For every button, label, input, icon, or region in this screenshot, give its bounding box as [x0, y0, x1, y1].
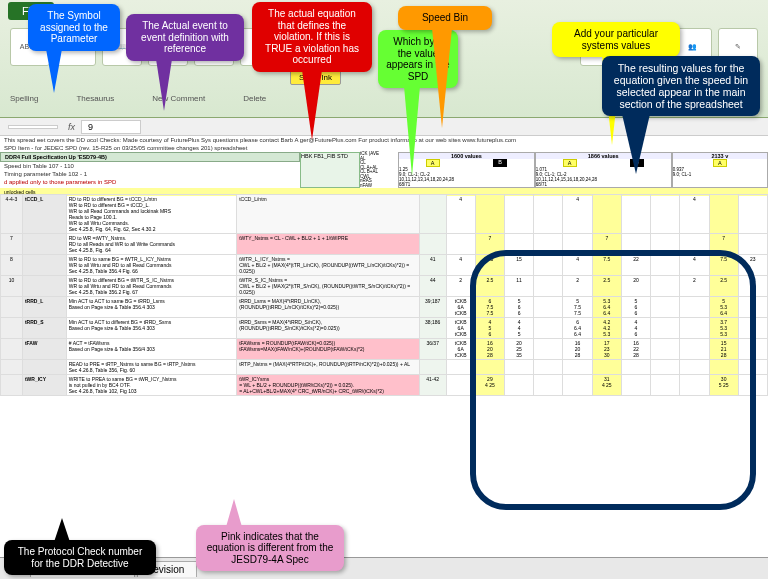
- table-row[interactable]: 4-4-3tCCD_LRD to RD to different BG = tC…: [1, 195, 768, 234]
- value-cell[interactable]: 7: [592, 234, 621, 255]
- value-cell[interactable]: 162028: [563, 339, 592, 360]
- value-cell[interactable]: 2: [680, 276, 709, 297]
- value-cell[interactable]: [563, 234, 592, 255]
- value-cell[interactable]: 4: [680, 255, 709, 276]
- value-cell[interactable]: [680, 234, 709, 255]
- value-cell[interactable]: [680, 360, 709, 375]
- value-cell[interactable]: [592, 195, 621, 234]
- value-cell[interactable]: 67.57.5: [475, 297, 504, 318]
- value-cell[interactable]: [651, 234, 680, 255]
- table-row[interactable]: tRRD_LMin ACT to ACT to same BG = tRRD_L…: [1, 297, 768, 318]
- value-cell[interactable]: 2.5: [475, 276, 504, 297]
- value-cell[interactable]: 11: [505, 276, 534, 297]
- value-cell[interactable]: [534, 339, 563, 360]
- value-cell[interactable]: 7: [475, 234, 504, 255]
- value-cell[interactable]: [446, 375, 475, 396]
- formula-input[interactable]: 9: [81, 120, 141, 134]
- value-cell[interactable]: 202535: [505, 339, 534, 360]
- value-cell[interactable]: [680, 297, 709, 318]
- value-cell[interactable]: 446: [621, 318, 650, 339]
- value-cell[interactable]: [534, 255, 563, 276]
- value-cell[interactable]: [680, 318, 709, 339]
- value-cell[interactable]: [475, 195, 504, 234]
- table-row[interactable]: tRRD_SMin ACT to ACT to different BG = t…: [1, 318, 768, 339]
- table-row[interactable]: 10WR to RD to different BG = tWTR_S_IC_N…: [1, 276, 768, 297]
- value-cell[interactable]: [475, 360, 504, 375]
- value-cell[interactable]: 5: [738, 297, 767, 318]
- value-cell[interactable]: 23: [738, 255, 767, 276]
- table-row[interactable]: tFAW# ACT = tFAWsmsBased on Page size & …: [1, 339, 768, 360]
- value-cell[interactable]: [621, 234, 650, 255]
- value-cell[interactable]: 7.5: [475, 255, 504, 276]
- value-cell[interactable]: 7.5: [709, 255, 738, 276]
- value-cell[interactable]: 15: [505, 255, 534, 276]
- value-cell[interactable]: 22: [621, 255, 650, 276]
- value-cell[interactable]: [534, 234, 563, 255]
- value-cell[interactable]: 172330: [592, 339, 621, 360]
- value-cell[interactable]: [563, 375, 592, 396]
- worksheet[interactable]: This spread eet covers the DD ocol Check…: [0, 136, 768, 549]
- value-cell[interactable]: 3.75.35.3: [709, 318, 738, 339]
- table-row[interactable]: tWR_ICYWRITE to PREA to same BG = tWR_IC…: [1, 375, 768, 396]
- value-cell[interactable]: 314 25: [592, 375, 621, 396]
- value-cell[interactable]: 16: [738, 339, 767, 360]
- value-cell[interactable]: 7: [709, 234, 738, 255]
- value-cell[interactable]: tCKB6AtCKB: [446, 339, 475, 360]
- value-cell[interactable]: 2: [563, 276, 592, 297]
- value-cell[interactable]: 2.5: [709, 276, 738, 297]
- value-cell[interactable]: [680, 339, 709, 360]
- value-cell[interactable]: [621, 195, 650, 234]
- value-cell[interactable]: [680, 375, 709, 396]
- value-cell[interactable]: 4: [563, 255, 592, 276]
- value-cell[interactable]: 5.36.46.4: [592, 297, 621, 318]
- name-box[interactable]: [8, 125, 58, 129]
- data-rows[interactable]: 4-4-3tCCD_LRD to RD to different BG = tC…: [0, 194, 768, 549]
- value-cell[interactable]: [651, 339, 680, 360]
- value-cell[interactable]: 4: [563, 195, 592, 234]
- table-row[interactable]: READ to PRE = tRTP_Nstms to same BG = tR…: [1, 360, 768, 375]
- value-cell[interactable]: [534, 195, 563, 234]
- value-cell[interactable]: [534, 276, 563, 297]
- value-cell[interactable]: [738, 195, 767, 234]
- value-cell[interactable]: [592, 360, 621, 375]
- value-cell[interactable]: [534, 375, 563, 396]
- value-cell[interactable]: [505, 375, 534, 396]
- value-cell[interactable]: 305 25: [709, 375, 738, 396]
- table-row[interactable]: 8WR to RD to same BG = tWTR_L_ICY_NstmsW…: [1, 255, 768, 276]
- value-cell[interactable]: [505, 360, 534, 375]
- value-cell[interactable]: 2.5: [592, 276, 621, 297]
- value-cell[interactable]: 4: [738, 318, 767, 339]
- value-cell[interactable]: [651, 195, 680, 234]
- value-cell[interactable]: [738, 360, 767, 375]
- value-cell[interactable]: tCKB6AtCKB: [446, 297, 475, 318]
- value-cell[interactable]: 162228: [621, 339, 650, 360]
- value-cell[interactable]: 566: [621, 297, 650, 318]
- value-cell[interactable]: [505, 234, 534, 255]
- value-cell[interactable]: [651, 360, 680, 375]
- value-cell[interactable]: [534, 297, 563, 318]
- value-cell[interactable]: 55.36.4: [709, 297, 738, 318]
- value-cell[interactable]: [651, 276, 680, 297]
- value-cell[interactable]: [621, 375, 650, 396]
- value-cell[interactable]: [709, 195, 738, 234]
- value-cell[interactable]: [651, 255, 680, 276]
- value-cell[interactable]: [651, 375, 680, 396]
- value-cell[interactable]: [651, 297, 680, 318]
- value-cell[interactable]: [738, 375, 767, 396]
- value-cell[interactable]: 66.46.4: [563, 318, 592, 339]
- value-cell[interactable]: [709, 360, 738, 375]
- value-cell[interactable]: 57.57.5: [563, 297, 592, 318]
- value-cell[interactable]: 20: [621, 276, 650, 297]
- value-cell[interactable]: 456: [475, 318, 504, 339]
- value-cell[interactable]: [563, 360, 592, 375]
- value-cell[interactable]: [446, 234, 475, 255]
- value-cell[interactable]: [505, 195, 534, 234]
- value-cell[interactable]: 152128: [709, 339, 738, 360]
- value-cell[interactable]: tCKB6AtCKB: [446, 318, 475, 339]
- value-cell[interactable]: [534, 360, 563, 375]
- value-cell[interactable]: 4: [446, 195, 475, 234]
- value-cell[interactable]: [621, 360, 650, 375]
- table-row[interactable]: 7RD to WR =tWTY_Nstms.RD to all Reads an…: [1, 234, 768, 255]
- value-cell[interactable]: [446, 360, 475, 375]
- value-cell[interactable]: 21: [738, 276, 767, 297]
